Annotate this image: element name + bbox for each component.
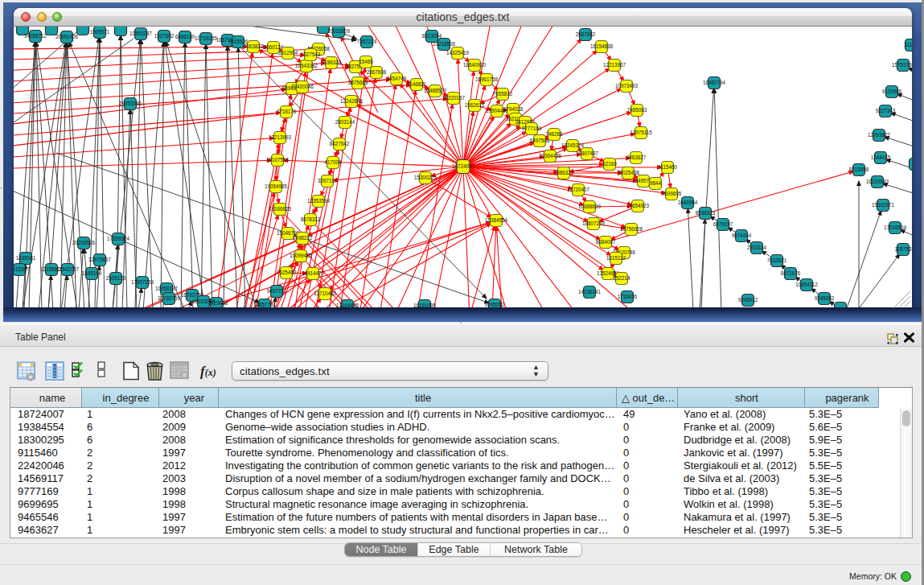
svg-text:19218506: 19218506 [433,41,456,47]
svg-text:417004: 417004 [324,159,342,165]
svg-text:1498222: 1498222 [293,235,313,241]
svg-text:19166825: 19166825 [269,206,292,212]
svg-text:9463627: 9463627 [626,154,647,160]
svg-text:10025438: 10025438 [617,170,640,175]
svg-text:13710485: 13710485 [314,290,337,296]
svg-text:32975867: 32975867 [88,257,112,262]
svg-text:14136141: 14136141 [578,289,602,295]
svg-text:19756928: 19756928 [620,226,643,232]
svg-text:15692971: 15692971 [872,202,895,208]
svg-text:9245052: 9245052 [815,295,835,301]
svg-text:10654112: 10654112 [795,282,818,287]
svg-text:7986322: 7986322 [554,170,574,175]
svg-text:17957253: 17957253 [131,279,154,285]
svg-text:8213958: 8213958 [849,167,869,172]
svg-text:9227343: 9227343 [876,108,896,113]
svg-text:6879197: 6879197 [713,221,733,227]
svg-text:252214: 252214 [613,275,630,281]
svg-text:9146821: 9146821 [407,81,427,87]
svg-text:9245052: 9245052 [485,302,505,307]
svg-text:7485063: 7485063 [627,107,647,113]
svg-text:1640954: 1640954 [678,200,698,205]
svg-text:2687682: 2687682 [576,31,596,37]
svg-text:12242848: 12242848 [340,98,363,104]
svg-text:1905571: 1905571 [90,29,110,35]
svg-text:8678312: 8678312 [301,216,321,222]
svg-text:15466: 15466 [359,59,373,64]
svg-text:1733426: 1733426 [618,294,638,299]
svg-text:17164485: 17164485 [336,303,359,308]
svg-text:19654923: 19654923 [626,203,650,208]
svg-text:10923049: 10923049 [192,299,216,304]
svg-text:1562615: 1562615 [465,102,485,108]
svg-text:1615112: 1615112 [606,255,626,261]
svg-text:15720407: 15720407 [567,187,590,192]
svg-text:13975115: 13975115 [630,130,652,135]
svg-text:7632621: 7632621 [767,257,787,263]
svg-text:15300275: 15300275 [414,175,437,180]
svg-text:2867608: 2867608 [367,69,387,75]
svg-text:10792759: 10792759 [158,295,181,301]
svg-text:10543382: 10543382 [295,63,318,68]
svg-text:12942757: 12942757 [56,266,80,272]
svg-text:16220157: 16220157 [442,95,466,101]
svg-text:8660124: 8660124 [264,44,284,50]
svg-text:7955812: 7955812 [493,91,513,97]
svg-text:7663822: 7663822 [244,43,264,49]
svg-text:6466160: 6466160 [175,34,195,39]
svg-text:3912954: 3912954 [278,50,298,56]
svg-text:9245012: 9245012 [738,297,758,303]
svg-text:12353594: 12353594 [307,198,331,204]
svg-text:8813054: 8813054 [422,33,442,39]
svg-text:8454749: 8454749 [387,76,407,81]
svg-text:14857791: 14857791 [253,302,277,307]
svg-text:14055712: 14055712 [24,33,47,39]
svg-text:16154838: 16154838 [590,43,614,49]
svg-text:6497508: 6497508 [530,138,550,143]
svg-text:16210643: 16210643 [866,179,889,184]
svg-text:14325419: 14325419 [446,50,470,56]
svg-text:10033809: 10033809 [327,28,351,34]
svg-text:9327543: 9327543 [301,51,321,57]
svg-text:20691406: 20691406 [55,34,79,39]
svg-text:3875685: 3875685 [348,80,368,85]
svg-text:62160: 62160 [602,161,617,167]
svg-text:10719155: 10719155 [195,35,218,41]
svg-text:8684067: 8684067 [596,239,616,245]
svg-text:8427542: 8427542 [330,141,350,146]
svg-text:20364436: 20364436 [539,153,562,159]
svg-text:15751034: 15751034 [892,62,912,68]
svg-text:18245374: 18245374 [561,142,585,148]
svg-text:17016504: 17016504 [884,225,907,230]
svg-text:10973493: 10973493 [615,83,639,89]
svg-text:3267110: 3267110 [318,178,338,183]
svg-text:3915367: 3915367 [14,266,30,272]
svg-text:17359924: 17359924 [107,236,130,241]
svg-text:2803144: 2803144 [335,119,355,125]
svg-text:7357224: 7357224 [357,39,377,44]
svg-text:11127: 11127 [905,42,912,47]
svg-text:16099485: 16099485 [290,253,313,258]
svg-text:746266: 746266 [545,131,563,137]
svg-text:10853287: 10853287 [129,31,153,36]
svg-text:8938923: 8938923 [696,210,716,216]
svg-text:2933114: 2933114 [747,245,767,250]
svg-text:18107554: 18107554 [266,157,290,163]
svg-text:6794028: 6794028 [503,106,524,112]
svg-text:9699695: 9699695 [662,191,682,196]
svg-text:9674444: 9674444 [732,233,752,238]
svg-text:16961758: 16961758 [475,76,499,82]
svg-text:10688609: 10688609 [578,204,602,209]
svg-text:9777169: 9777169 [522,126,542,131]
svg-text:126753: 126753 [894,246,912,252]
svg-text:1244415: 1244415 [871,154,891,160]
svg-text:9457791: 9457791 [267,288,287,294]
svg-text:12093822: 12093822 [868,132,891,138]
svg-text:18724007: 18724007 [452,163,475,169]
svg-text:18807249: 18807249 [582,220,606,226]
svg-text:9844: 9844 [650,180,662,186]
svg-text:16191995: 16191995 [413,303,437,308]
svg-text:18640910: 18640910 [463,62,487,68]
svg-text:1527602: 1527602 [154,33,175,39]
svg-text:22420046: 22420046 [291,84,314,89]
